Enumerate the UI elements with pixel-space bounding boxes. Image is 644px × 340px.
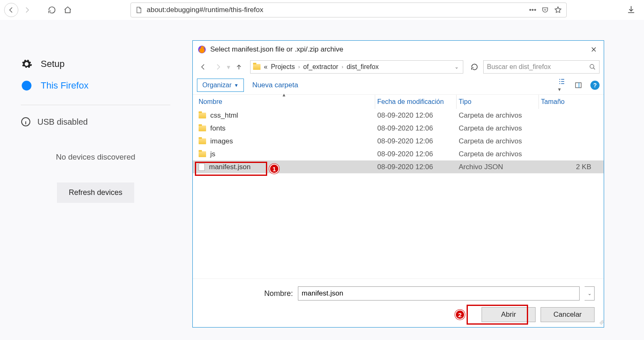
annotation-badge-2: 2	[455, 310, 465, 320]
forward-button[interactable]	[20, 3, 34, 17]
dialog-toolbar: Organizar▼ Nueva carpeta ▼ ?	[193, 76, 604, 95]
dialog-nav: ▾ « Projects › of_extractor › dist_firef…	[193, 58, 604, 76]
file-list-header: Nombre Fecha de modificación Tipo Tamaño	[193, 95, 604, 109]
column-header-type[interactable]: Tipo	[459, 98, 541, 106]
usb-status-label: USB disabled	[37, 117, 88, 127]
breadcrumb-item[interactable]: of_extractor	[303, 63, 338, 71]
chevron-right-icon: ›	[342, 64, 343, 70]
breadcrumb-truncate: «	[264, 63, 268, 71]
file-row[interactable]: manifest.json08-09-2020 12:06Archivo JSO…	[193, 160, 604, 173]
file-date: 08-09-2020 12:06	[377, 111, 459, 120]
file-area: ▲ Nombre Fecha de modificación Tipo Tama…	[193, 95, 604, 278]
dialog-footer: Nombre: ⌄ 2 Abrir Cancelar ≡	[193, 278, 604, 327]
file-type: Carpeta de archivos	[459, 150, 541, 158]
nav-up-button[interactable]	[233, 61, 245, 73]
pocket-icon[interactable]	[541, 6, 549, 14]
breadcrumb-item[interactable]: Projects	[271, 63, 295, 71]
file-name: fonts	[210, 124, 226, 133]
meatball-menu-icon[interactable]: •••	[529, 6, 536, 14]
preview-pane-button[interactable]	[574, 81, 583, 89]
nav-forward-button[interactable]	[212, 61, 224, 73]
cancel-button[interactable]: Cancelar	[541, 307, 595, 322]
no-devices-text: No devices discovered	[21, 153, 170, 162]
sidebar-divider	[21, 105, 170, 105]
dialog-title-text: Select manifest.json file or .xpi/.zip a…	[210, 45, 343, 54]
back-button[interactable]	[4, 3, 18, 17]
svg-rect-4	[575, 83, 581, 88]
annotation-badge-1: 1	[269, 164, 279, 174]
filename-input[interactable]	[298, 286, 580, 301]
file-date: 08-09-2020 12:06	[377, 150, 459, 158]
file-type: Carpeta de archivos	[459, 137, 541, 145]
organize-button[interactable]: Organizar▼	[197, 79, 244, 92]
gear-icon	[21, 58, 32, 70]
file-type: Archivo JSON	[459, 163, 541, 171]
breadcrumb-item[interactable]: dist_firefox	[347, 63, 379, 71]
refresh-devices-button[interactable]: Refresh devices	[57, 182, 134, 203]
bookmark-star-icon[interactable]	[554, 6, 562, 14]
filename-label: Nombre:	[264, 289, 293, 298]
chevron-down-icon: ▼	[234, 83, 238, 88]
sidebar-setup-label: Setup	[41, 59, 65, 69]
resize-grip-icon[interactable]: ≡	[597, 319, 605, 326]
file-date: 08-09-2020 12:06	[377, 124, 459, 133]
file-row[interactable]: images08-09-2020 12:06Carpeta de archivo…	[193, 135, 604, 148]
usb-status: USB disabled	[21, 113, 170, 134]
help-icon[interactable]: ?	[590, 81, 600, 90]
file-type: Carpeta de archivos	[459, 111, 541, 120]
file-list[interactable]: css_html08-09-2020 12:06Carpeta de archi…	[193, 109, 604, 173]
firefox-app-icon	[198, 45, 206, 54]
file-row[interactable]: js08-09-2020 12:06Carpeta de archivos	[193, 148, 604, 160]
view-mode-button[interactable]: ▼	[557, 78, 566, 93]
close-button[interactable]	[589, 44, 599, 54]
filename-dropdown-icon[interactable]: ⌄	[585, 286, 595, 301]
folder-icon	[199, 113, 206, 118]
file-name: manifest.json	[209, 163, 251, 171]
sidebar-item-setup[interactable]: Setup	[21, 53, 170, 75]
nav-history-chevron[interactable]: ▾	[227, 63, 230, 71]
page-icon	[135, 6, 143, 14]
firefox-icon	[21, 80, 32, 91]
organize-label: Organizar	[202, 81, 231, 89]
search-placeholder: Buscar en dist_firefox	[487, 63, 551, 71]
path-bar[interactable]: « Projects › of_extractor › dist_firefox…	[250, 60, 463, 74]
reload-button[interactable]	[45, 3, 59, 17]
browser-toolbar: about:debugging#/runtime/this-firefox ••…	[0, 0, 644, 20]
file-row[interactable]: css_html08-09-2020 12:06Carpeta de archi…	[193, 109, 604, 122]
path-dropdown-icon[interactable]: ⌄	[453, 64, 460, 70]
downloads-icon[interactable]	[627, 5, 636, 14]
nav-refresh-button[interactable]	[468, 61, 481, 73]
new-folder-button[interactable]: Nueva carpeta	[252, 81, 298, 89]
url-text: about:debugging#/runtime/this-firefox	[147, 6, 525, 14]
file-name: images	[210, 137, 233, 145]
dialog-search-input[interactable]: Buscar en dist_firefox	[483, 60, 600, 74]
folder-icon	[199, 138, 206, 144]
file-row[interactable]: fonts08-09-2020 12:06Carpeta de archivos	[193, 122, 604, 135]
column-header-name[interactable]: Nombre	[199, 98, 377, 106]
search-icon	[589, 64, 596, 70]
file-size: 2 KB	[541, 163, 604, 171]
folder-icon	[253, 64, 261, 70]
file-type: Carpeta de archivos	[459, 124, 541, 133]
column-header-size[interactable]: Tamaño	[541, 98, 604, 106]
sidebar-item-this-firefox[interactable]: This Firefox	[21, 75, 170, 96]
file-date: 08-09-2020 12:06	[377, 163, 459, 171]
folder-icon	[199, 151, 206, 157]
column-header-date[interactable]: Fecha de modificación	[377, 98, 459, 106]
folder-icon	[199, 126, 206, 131]
svg-point-3	[590, 64, 594, 68]
file-name: js	[210, 150, 215, 158]
info-icon	[21, 117, 31, 127]
sidebar-this-firefox-label: This Firefox	[41, 80, 88, 91]
nav-back-button[interactable]	[197, 61, 209, 73]
dialog-titlebar: Select manifest.json file or .xpi/.zip a…	[193, 41, 604, 58]
chevron-right-icon: ›	[298, 64, 300, 70]
url-bar[interactable]: about:debugging#/runtime/this-firefox ••…	[130, 2, 567, 17]
file-date: 08-09-2020 12:06	[377, 137, 459, 145]
file-open-dialog: Select manifest.json file or .xpi/.zip a…	[192, 40, 604, 328]
debugging-sidebar: Setup This Firefox USB disabled No devic…	[0, 20, 191, 340]
open-button[interactable]: Abrir	[482, 307, 536, 322]
file-icon	[199, 163, 205, 171]
file-name: css_html	[210, 111, 238, 120]
home-button[interactable]	[61, 3, 75, 17]
